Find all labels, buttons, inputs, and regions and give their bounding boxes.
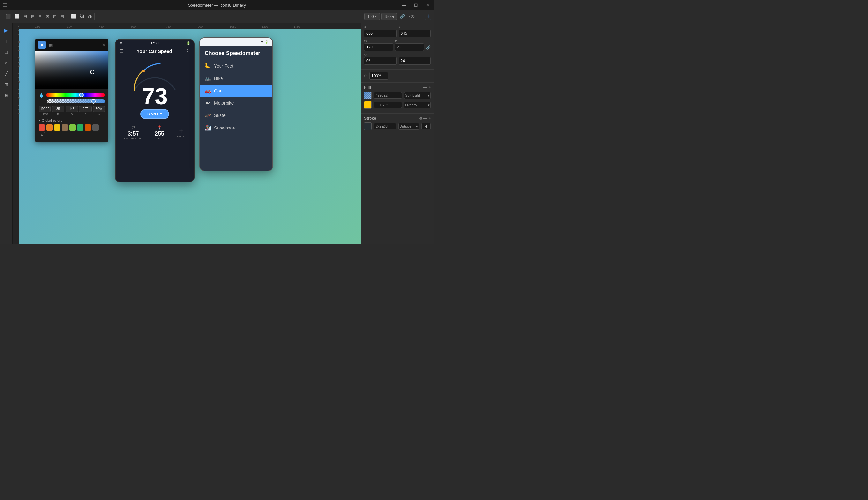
frame-button[interactable]: ⬜ [69, 13, 78, 20]
swatch-green[interactable] [77, 124, 83, 131]
solid-color-tab[interactable]: ■ [38, 41, 46, 49]
add-swatch-button[interactable]: + [38, 132, 45, 138]
fill-swatch-2[interactable] [364, 101, 372, 109]
line-tool[interactable]: ╱ [2, 69, 11, 78]
align-right-button[interactable]: ▤ [22, 13, 29, 20]
gradient-tab[interactable]: ▦ [47, 41, 55, 49]
more-options-icon[interactable]: ⋮ [185, 48, 190, 54]
minimize-button[interactable]: — [400, 1, 408, 9]
a-field-group: 50% A [93, 106, 105, 116]
align-bottom-button[interactable]: ⊠ [44, 13, 51, 20]
y-input[interactable]: 645 [399, 30, 431, 37]
distribute-h-button[interactable]: ⊡ [52, 13, 58, 20]
distribute-v-button[interactable]: ⊞ [59, 13, 65, 20]
canvas-area[interactable]: 150 300 450 600 750 900 150 300 450 600 … [13, 23, 360, 243]
menu-label-bike: Bike [214, 76, 223, 81]
ratio-button[interactable]: 100% [365, 13, 380, 20]
lock-ratio-button[interactable]: 🔗 [426, 44, 431, 51]
a-input[interactable]: 50% [93, 106, 105, 112]
ellipse-tool[interactable]: ○ [2, 58, 11, 68]
global-colors-header[interactable]: ▾ Global colors [38, 118, 105, 123]
menu-item-snowboard[interactable]: 🏂 Snowboard [200, 122, 272, 134]
x-input[interactable]: 630 [364, 30, 397, 37]
fill-hex-2[interactable]: FFC702 [374, 102, 402, 108]
w-input[interactable]: 128 [364, 43, 393, 51]
stroke-section: Stroke ⚙ — + 272E33 Outside ▾ 4 [361, 114, 434, 135]
menu-item-skate[interactable]: 🛹 Skate [200, 109, 272, 122]
corner-radius-input[interactable]: 24 [399, 57, 431, 65]
b-input[interactable]: 227 [79, 106, 91, 112]
hamburger-menu[interactable]: ☰ [2, 2, 7, 8]
eyedropper-tool[interactable]: 💧 [38, 92, 44, 98]
code-button[interactable]: </> [408, 13, 417, 20]
hue-slider[interactable] [46, 93, 105, 97]
close-button[interactable]: ✕ [424, 1, 432, 9]
g-input[interactable]: 145 [66, 106, 78, 112]
status-time: 12:30 [150, 42, 158, 45]
image-tool[interactable]: ⊞ [2, 80, 11, 89]
add-stat[interactable]: + VALUE [177, 127, 186, 138]
color-cursor[interactable] [90, 70, 94, 74]
swatch-brown[interactable] [62, 124, 68, 131]
hex-input[interactable]: 4990E2 [38, 106, 51, 112]
zoom-level[interactable]: 150% [381, 13, 397, 20]
maximize-button[interactable]: ☐ [412, 1, 420, 9]
swatch-orange[interactable] [46, 124, 53, 131]
fill-mode-dropdown-2: ▾ [427, 103, 430, 107]
color-picker-close[interactable]: ✕ [102, 43, 105, 47]
fill-swatch-1[interactable] [364, 91, 372, 99]
mask-button[interactable]: ◑ [87, 13, 93, 20]
menu-item-bike[interactable]: 🚲 Bike [200, 72, 272, 84]
clip-button[interactable]: 🖼 [78, 13, 86, 20]
r-input[interactable]: 35 [52, 106, 64, 112]
menu-item-motorbike[interactable]: 🏍 Motorbike [200, 97, 272, 109]
add-stroke-button[interactable]: + [429, 116, 431, 121]
rectangle-tool[interactable]: □ [2, 47, 11, 57]
stroke-settings-icon[interactable]: ⚙ [419, 116, 422, 121]
swatch-yellow[interactable] [54, 124, 60, 131]
add-fill-button[interactable]: + [429, 85, 431, 90]
stroke-swatch[interactable] [364, 123, 372, 130]
opacity-input[interactable]: 100% [369, 72, 388, 80]
align-top-button[interactable]: ⊞ [29, 13, 36, 20]
fills-title: Fills [364, 85, 372, 90]
link-button[interactable]: 🔗 [398, 13, 407, 20]
align-middle-button[interactable]: ⊟ [37, 13, 43, 20]
canvas-content: ■ ▦ ✕ 💧 [19, 29, 360, 243]
fill-hex-1[interactable]: 4990E2 [374, 92, 402, 99]
fill-mode-1[interactable]: Soft Light ▾ [404, 92, 431, 99]
remove-stroke-button[interactable]: — [423, 116, 427, 121]
active-tool-button[interactable]: ✛ [425, 12, 432, 20]
global-colors-label: Global colors [42, 118, 62, 123]
swatch-darkorange[interactable] [85, 124, 91, 131]
align-left-button[interactable]: ⬛ [4, 13, 12, 20]
color-gradient-area[interactable] [35, 51, 108, 89]
menu-item-your-feet[interactable]: 🦶 Your Feet [200, 60, 272, 72]
unit-badge[interactable]: KM/H ▾ [141, 109, 169, 119]
x-label: X [364, 25, 397, 29]
swatch-lime[interactable] [69, 124, 76, 131]
stroke-width-input[interactable]: 4 [421, 123, 431, 129]
menu-label-skate: Skate [214, 113, 226, 118]
remove-fill-button[interactable]: — [423, 85, 427, 90]
select-tool[interactable]: ▶ [2, 25, 11, 35]
fill-mode-label-1: Soft Light [405, 93, 420, 97]
align-center-button[interactable]: ⬜ [13, 13, 21, 20]
menu-item-car[interactable]: 🚗 Car [200, 84, 272, 97]
text-tool[interactable]: T [2, 36, 11, 46]
fill-mode-2[interactable]: Overlay ▾ [404, 102, 431, 109]
swatch-red[interactable] [38, 124, 45, 131]
menu-label-your-feet: Your Feet [214, 64, 233, 69]
stroke-position[interactable]: Outside ▾ [398, 123, 420, 130]
menu-icon[interactable]: ☰ [119, 48, 124, 54]
hue-thumb[interactable] [79, 93, 84, 97]
rotation-input[interactable]: 0° [364, 57, 397, 65]
h-input[interactable]: 48 [395, 43, 424, 51]
w-label: W [364, 39, 393, 43]
alpha-thumb[interactable] [91, 99, 96, 104]
stroke-hex[interactable]: 272E33 [374, 123, 396, 129]
alpha-slider[interactable] [47, 100, 105, 103]
swatch-gray[interactable] [92, 124, 99, 131]
component-tool[interactable]: ⊕ [2, 91, 11, 100]
export-button[interactable]: ↑ [418, 13, 424, 20]
